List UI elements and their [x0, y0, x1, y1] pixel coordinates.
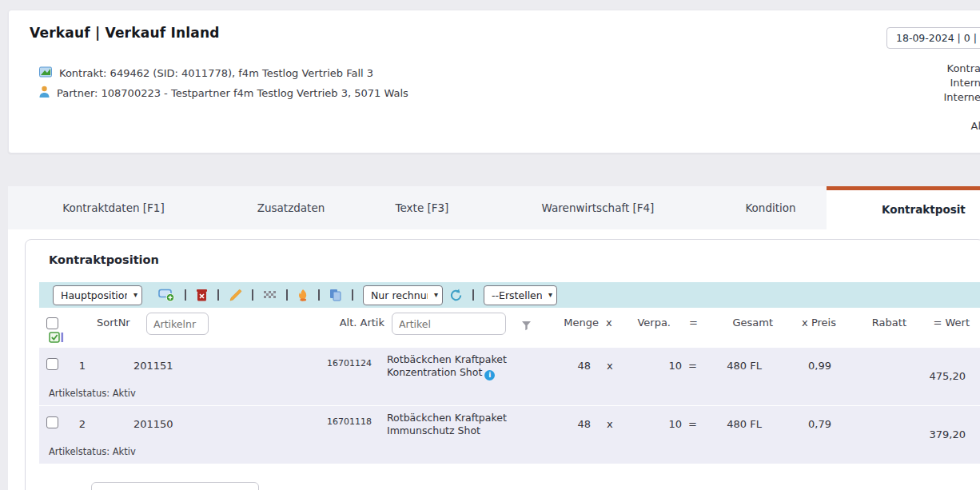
cell-artikelnr: 201151 — [133, 360, 173, 372]
tab-texte[interactable]: Texte [F3] — [358, 186, 486, 229]
contract-line: Kontrakt: 649462 (SID: 4011778), f4m Tes… — [39, 66, 373, 80]
toolbar-separator — [318, 289, 320, 301]
cell-sortnr: 2 — [71, 418, 94, 430]
table-row: 2 201150 16701118 Rotbäckchen Kraftpaket… — [39, 406, 980, 464]
cell-sortnr: 1 — [71, 360, 94, 372]
position-toolbar: Hauptposition ▾ Nur rec — [39, 282, 980, 308]
toolbar-separator — [352, 289, 353, 301]
cell-wert: 475,20 — [906, 370, 966, 382]
filter-funnel-icon[interactable] — [521, 319, 532, 334]
col-header-menge: Menge — [552, 317, 599, 329]
create-select[interactable]: --Erstellen- — [484, 285, 557, 305]
artikelnr-filter-input[interactable] — [146, 313, 209, 335]
invoice-filter-select[interactable]: Nur rechnung — [363, 285, 443, 305]
cell-equals: = — [688, 418, 697, 430]
partner-line: Partner: 108700223 - Testpartner f4m Tes… — [39, 86, 408, 100]
cell-verpackung: 10 — [639, 418, 682, 430]
contract-text: Kontrakt: 649462 (SID: 4011778), f4m Tes… — [59, 67, 373, 79]
position-type-select-wrap: Hauptposition ▾ — [53, 285, 142, 305]
add-position-icon[interactable] — [158, 288, 175, 302]
cell-artikel: Rotbäckchen Kraftpaket Immunschutz Shot — [387, 412, 539, 436]
header-card: Verkauf | Verkauf Inland Kontrakt: 64946… — [8, 10, 980, 153]
cell-verpackung: 10 — [639, 360, 682, 372]
new-row-input[interactable] — [91, 482, 259, 490]
col-header-verpackung: Verpa. — [624, 317, 671, 329]
toolbar-separator — [217, 289, 219, 301]
cell-preis: 0,79 — [779, 418, 831, 430]
info-icon[interactable]: i — [484, 370, 495, 380]
cell-equals: = — [688, 360, 697, 372]
right-form-labels: Kontra Intern Interne Al — [880, 62, 980, 133]
cell-alt-artikel: 16701124 — [317, 358, 372, 368]
tab-kontraktposition-active[interactable]: Kontraktposit — [827, 186, 980, 229]
position-type-select[interactable]: Hauptposition — [53, 285, 142, 305]
tab-bar: Kontraktdaten [F1] Zusatzdaten Texte [F3… — [8, 186, 980, 229]
col-header-alt-artikel: Alt. Artik — [289, 317, 384, 329]
artikel-name-line1: Rotbäckchen Kraftpaket — [387, 412, 507, 424]
right-label-2: Intern — [880, 76, 980, 90]
hand-click-icon[interactable] — [297, 289, 309, 301]
col-header-preis: x Preis — [796, 317, 836, 329]
kontraktposition-card: Kontraktposition Hauptposition ▾ — [25, 239, 980, 490]
toolbar-separator — [185, 289, 186, 301]
toolbar-separator — [252, 289, 253, 301]
cell-x: x — [607, 418, 613, 430]
cell-artikelnr: 201150 — [133, 418, 173, 430]
select-all-checkbox[interactable] — [46, 317, 58, 329]
date-status-badge[interactable]: 18-09-2024 | 0 | — [886, 27, 980, 49]
cell-x: x — [607, 360, 613, 372]
tab-zusatzdaten[interactable]: Zusatzdaten — [227, 186, 355, 229]
tab-kontraktdaten[interactable]: Kontraktdaten [F1] — [24, 186, 203, 229]
cell-alt-artikel: 16701118 — [317, 416, 372, 427]
col-header-rabatt: Rabatt — [868, 317, 906, 329]
person-icon — [39, 86, 50, 100]
refresh-icon[interactable] — [449, 289, 463, 302]
toolbar-separator — [286, 289, 288, 301]
cell-artikel: Rotbäckchen Kraftpaket Konzentration Sho… — [387, 353, 539, 380]
select-all-toggle-icon[interactable] — [49, 332, 64, 347]
copy-icon[interactable] — [329, 289, 342, 301]
cell-gesamt: 480 FL — [711, 360, 762, 372]
artikelstatus-label: Artikelstatus: Aktiv — [49, 388, 136, 399]
table-row: 1 201151 16701124 Rotbäckchen Kraftpaket… — [39, 348, 980, 405]
col-header-sortnr: SortNr — [97, 317, 130, 329]
section-title: Kontraktposition — [49, 253, 159, 266]
tab-warenwirtschaft[interactable]: Warenwirtschaft [F4] — [502, 186, 694, 229]
artikel-filter-input[interactable] — [392, 313, 506, 335]
toolbar-separator — [472, 289, 474, 301]
page-title: Verkauf | Verkauf Inland — [30, 25, 220, 41]
cell-menge: 48 — [551, 360, 591, 372]
tab-kondition[interactable]: Kondition — [707, 186, 835, 229]
col-header-x: x — [606, 317, 612, 329]
artikel-name-line2: Konzentration Shot — [387, 366, 482, 378]
cell-wert: 379,20 — [906, 428, 966, 440]
cell-preis: 0,99 — [779, 360, 831, 372]
right-label-4: Al — [880, 119, 980, 133]
edit-pencil-icon[interactable] — [229, 289, 242, 302]
row-checkbox[interactable] — [46, 358, 58, 370]
col-header-gesamt: Gesamt — [725, 317, 773, 329]
partner-text: Partner: 108700223 - Testpartner f4m Tes… — [57, 87, 408, 99]
cell-menge: 48 — [551, 418, 591, 430]
cell-gesamt: 480 FL — [711, 418, 762, 430]
row-checkbox[interactable] — [46, 416, 58, 428]
delete-icon[interactable] — [196, 289, 208, 301]
artikelstatus-label: Artikelstatus: Aktiv — [49, 446, 136, 457]
right-label-1: Kontra — [880, 62, 980, 76]
contract-icon — [39, 66, 52, 80]
invoice-filter-select-wrap: Nur rechnung ▾ — [363, 285, 443, 305]
checkered-flag-icon[interactable] — [263, 290, 277, 301]
right-label-3: Interne — [880, 90, 980, 105]
col-header-wert: = Wert — [928, 317, 970, 329]
create-select-wrap: --Erstellen- ▾ — [484, 285, 557, 305]
artikel-name-line1: Rotbäckchen Kraftpaket — [387, 353, 507, 365]
col-header-equals: = — [687, 317, 698, 329]
artikel-name-line2: Immunschutz Shot — [387, 424, 480, 436]
